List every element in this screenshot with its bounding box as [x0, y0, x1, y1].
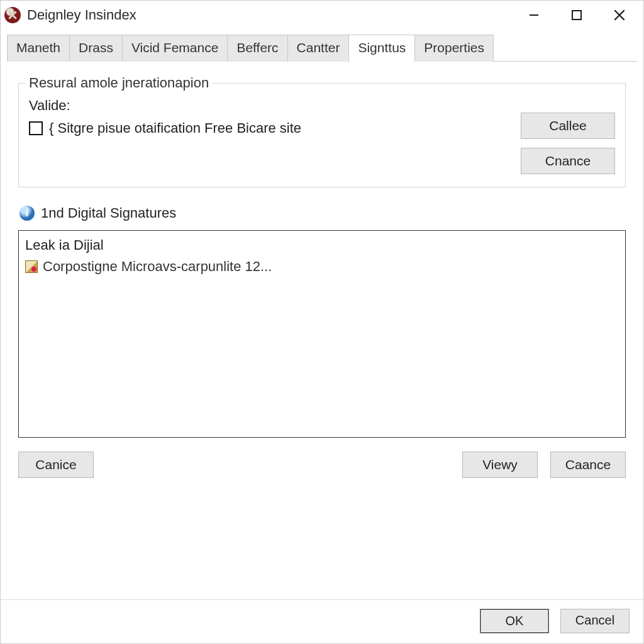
close-button[interactable]: [606, 4, 633, 26]
caance-button[interactable]: Caance: [550, 452, 626, 478]
tab-maneth[interactable]: Maneth: [7, 35, 70, 62]
tab-properties[interactable]: Properties: [414, 35, 494, 62]
window-controls: [520, 4, 641, 26]
list-item[interactable]: Corpostigne Microavs-carpunlite 12...: [25, 257, 619, 276]
tabstrip: Maneth Drass Vicid Femance Befferc Cantt…: [1, 30, 643, 62]
minimize-button[interactable]: [520, 4, 548, 26]
svg-rect-1: [572, 11, 581, 19]
section-heading-text: 1nd Digital Signatures: [41, 205, 176, 221]
app-icon: [4, 7, 21, 23]
groupbox-legend: Resural amole jnerationapion: [25, 75, 213, 91]
lower-button-row: Canice Viewy Caance: [18, 452, 626, 478]
section-heading: 1nd Digital Signatures: [19, 205, 626, 221]
maximize-button[interactable]: [563, 4, 591, 26]
certificate-icon: [25, 260, 38, 273]
tab-drass[interactable]: Drass: [69, 35, 123, 62]
cnance-button[interactable]: Cnance: [521, 148, 615, 174]
tab-panel: Resural amole jnerationapion Valide: { S…: [1, 62, 643, 599]
tab-vicid-femance[interactable]: Vicid Femance: [122, 35, 228, 62]
ok-button[interactable]: OK: [480, 609, 549, 633]
viewy-button[interactable]: Viewy: [462, 452, 538, 478]
tab-befferc[interactable]: Befferc: [227, 35, 287, 62]
signatures-listbox[interactable]: Leak ia Dijial Corpostigne Microavs-carp…: [18, 230, 626, 438]
groupbox-resural: Resural amole jnerationapion Valide: { S…: [18, 83, 626, 187]
list-header: Leak ia Dijial: [25, 235, 619, 257]
dialog-window: Deignley Insindex Maneth Drass Vicid Fem…: [0, 0, 644, 644]
checkbox-sitgre[interactable]: [29, 121, 43, 135]
callee-button[interactable]: Callee: [521, 113, 615, 139]
dialog-footer: OK Cancel: [1, 599, 643, 643]
list-item-text: Corpostigne Microavs-carpunlite 12...: [43, 258, 272, 275]
window-title: Deignley Insindex: [27, 7, 520, 23]
valide-label: Valide:: [29, 97, 509, 114]
checkbox-label: { Sitgre pisue otaification Free Bicare …: [49, 120, 301, 136]
checkbox-row[interactable]: { Sitgre pisue otaification Free Bicare …: [29, 120, 509, 136]
titlebar: Deignley Insindex: [1, 1, 643, 30]
canice-button[interactable]: Canice: [18, 452, 94, 478]
cancel-button[interactable]: Cancel: [560, 609, 630, 633]
info-icon: [19, 206, 35, 221]
tab-cantter[interactable]: Cantter: [287, 35, 350, 62]
tab-signttus[interactable]: Signttus: [348, 35, 415, 62]
